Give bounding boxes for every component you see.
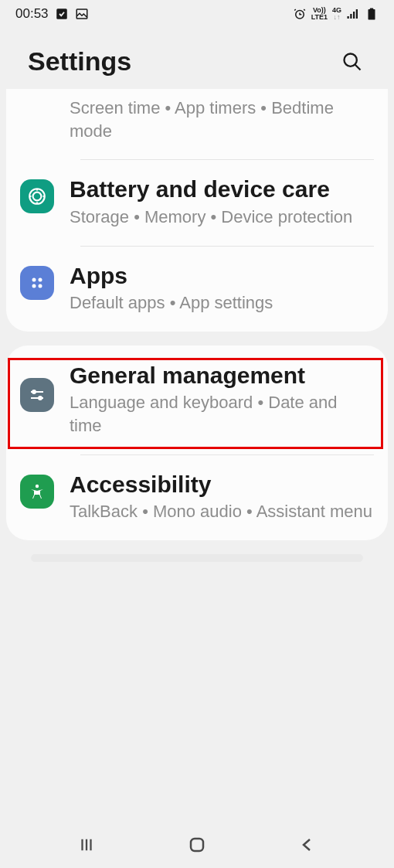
search-button[interactable] (338, 48, 366, 76)
checkbox-icon (55, 7, 69, 21)
svg-rect-6 (356, 9, 358, 19)
row-subtitle: Storage • Memory • Device protection (70, 206, 374, 229)
android-navbar (0, 822, 394, 868)
row-subtitle: Screen time • App timers • Bedtime mode (70, 97, 374, 142)
recents-button[interactable] (63, 829, 110, 860)
network-4g-icon: 4G ↓↑ (332, 7, 341, 21)
back-button[interactable] (284, 829, 331, 860)
svg-point-10 (33, 192, 42, 201)
svg-rect-3 (348, 16, 349, 19)
svg-point-16 (32, 390, 36, 393)
recents-icon (76, 836, 97, 853)
picture-icon (75, 7, 89, 21)
row-title: Apps (70, 261, 374, 291)
settings-card-2: General management Language and keyboard… (6, 345, 388, 540)
accessibility-icon (20, 475, 54, 509)
search-icon (341, 51, 363, 73)
settings-card-1: Screen time • App timers • Bedtime mode … (6, 89, 388, 332)
svg-point-11 (29, 189, 45, 205)
apps-row[interactable]: Apps Default apps • App settings (6, 246, 388, 332)
row-subtitle: Language and keyboard • Date and time (70, 391, 374, 437)
scroll-indicator (31, 554, 363, 562)
svg-rect-4 (350, 14, 352, 19)
svg-point-12 (32, 277, 36, 281)
row-title: Accessibility (70, 470, 374, 499)
status-bar: 00:53 Vo)) LTE1 4G ↓↑ (0, 0, 394, 28)
digital-wellbeing-row[interactable]: Screen time • App timers • Bedtime mode (6, 89, 388, 159)
home-button[interactable] (174, 829, 220, 860)
svg-point-9 (345, 53, 357, 66)
general-management-row[interactable]: General management Language and keyboard… (6, 345, 388, 454)
svg-rect-7 (369, 9, 375, 20)
back-icon (298, 836, 317, 854)
device-care-icon (20, 179, 54, 213)
apps-icon (20, 266, 54, 300)
alarm-icon (293, 7, 307, 21)
status-time: 00:53 (15, 6, 49, 22)
svg-point-15 (39, 284, 42, 288)
icon-spacer (20, 100, 54, 134)
svg-rect-19 (191, 839, 203, 851)
home-icon (188, 836, 206, 854)
settings-header: Settings (0, 28, 394, 89)
general-management-icon (20, 378, 54, 412)
svg-point-13 (39, 277, 42, 281)
accessibility-row[interactable]: Accessibility TalkBack • Mono audio • As… (6, 454, 388, 540)
battery-device-care-row[interactable]: Battery and device care Storage • Memory… (6, 159, 388, 245)
row-title: General management (70, 361, 374, 390)
signal-icon (346, 7, 360, 21)
row-title: Battery and device care (70, 175, 374, 204)
svg-point-18 (36, 484, 39, 487)
battery-icon (365, 7, 379, 21)
row-subtitle: Default apps • App settings (70, 291, 374, 315)
row-subtitle: TalkBack • Mono audio • Assistant menu (70, 500, 374, 523)
network-volte-icon: Vo)) LTE1 (311, 7, 328, 21)
page-title: Settings (28, 46, 131, 77)
svg-rect-5 (353, 12, 355, 19)
svg-rect-8 (370, 9, 374, 10)
svg-point-17 (39, 397, 42, 400)
svg-point-14 (32, 284, 36, 288)
